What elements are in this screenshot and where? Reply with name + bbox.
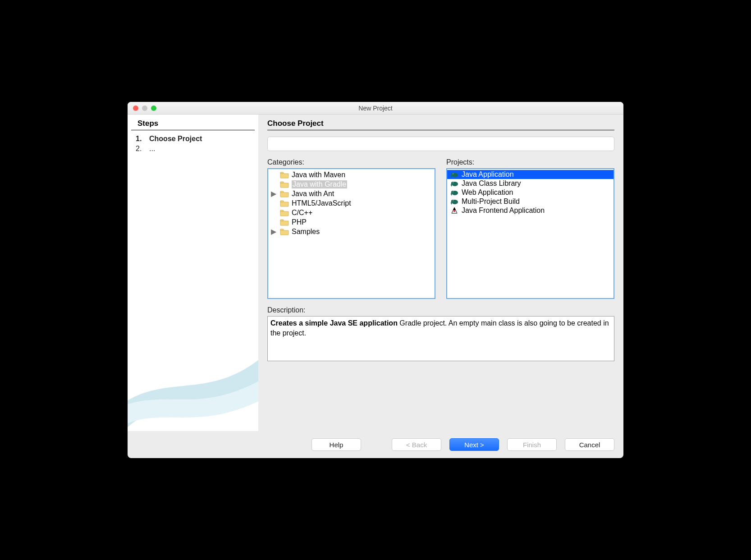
folder-icon [280,171,289,179]
finish-button[interactable]: Finish [507,438,557,451]
category-label: Samples [292,228,320,236]
svg-rect-5 [280,201,284,202]
main-panel: Choose Project Categories: ▶Java with Ma… [258,115,623,431]
folder-icon [280,219,289,226]
categories-tree[interactable]: ▶Java with Maven▶Java with Gradle▶Java w… [267,168,435,299]
gradle-elephant-icon [450,171,459,178]
new-project-dialog: New Project Steps 1.Choose Project2.... … [128,102,623,458]
minimize-icon[interactable] [142,106,147,111]
category-label: C/C++ [292,209,312,217]
categories-label: Categories: [267,158,435,166]
category-item[interactable]: ▶Java with Maven [268,170,435,179]
project-item[interactable]: Java Class Library [447,179,614,188]
category-item[interactable]: ▶PHP [268,217,435,227]
disclosure-triangle-icon[interactable]: ▶ [271,227,276,236]
svg-point-21 [453,210,455,212]
steps-sidebar: Steps 1.Choose Project2.... [128,115,258,431]
projects-label: Projects: [446,158,614,166]
sidebar-decoration [128,354,258,431]
svg-rect-8 [280,229,284,230]
folder-icon [280,181,289,188]
step-label: ... [149,145,155,153]
step-number: 1. [136,135,144,143]
disclosure-triangle-icon[interactable]: ▶ [271,189,276,198]
titlebar: New Project [128,102,623,115]
gradle-elephant-icon [450,198,459,205]
project-item[interactable]: Multi-Project Build [447,197,614,206]
category-label: PHP [292,218,307,226]
category-label: Java with Maven [292,171,345,179]
svg-point-17 [453,192,453,193]
project-item[interactable]: Java Application [447,170,614,179]
step-item: 2.... [136,144,250,154]
search-input[interactable] [267,137,614,151]
window-title: New Project [128,105,623,112]
next-button[interactable]: Next > [449,438,499,451]
category-item[interactable]: ▶C/C++ [268,208,435,217]
project-label: Java Frontend Application [462,207,545,215]
description-bold: Creates a simple Java SE application [270,319,398,327]
description-box: Creates a simple Java SE application Gra… [267,316,614,361]
page-title: Choose Project [267,119,614,130]
close-icon[interactable] [133,106,138,111]
description-label: Description: [267,306,614,314]
category-label: Java with Ant [292,190,334,198]
category-item[interactable]: ▶Java with Gradle [268,179,435,189]
projects-list[interactable]: Java ApplicationJava Class LibraryWeb Ap… [446,168,614,299]
project-label: Java Application [462,170,514,179]
svg-point-11 [453,174,453,174]
svg-rect-2 [280,172,284,174]
svg-point-20 [453,201,453,202]
svg-point-14 [453,183,453,184]
step-label: Choose Project [149,135,202,143]
dialog-footer: Help < Back Next > Finish Cancel [128,431,623,458]
category-item[interactable]: ▶Java with Ant [268,189,435,198]
step-item: 1.Choose Project [136,134,250,144]
project-label: Multi-Project Build [462,197,520,206]
cancel-button[interactable]: Cancel [565,438,614,451]
svg-rect-3 [280,182,284,183]
category-item[interactable]: ▶Samples [268,227,435,236]
project-item[interactable]: Java Frontend Application [447,206,614,215]
help-button[interactable]: Help [311,438,361,451]
gradle-elephant-icon [450,180,459,187]
steps-heading: Steps [131,115,255,130]
category-item[interactable]: ▶HTML5/JavaScript [268,198,435,208]
folder-icon [280,209,289,216]
svg-rect-6 [280,210,284,211]
gradle-elephant-icon [450,189,459,196]
folder-icon [280,190,289,197]
category-label: Java with Gradle [292,180,347,188]
project-label: Java Class Library [462,179,521,188]
category-label: HTML5/JavaScript [292,199,351,207]
folder-icon [280,228,289,235]
maximize-icon[interactable] [151,106,156,111]
duke-icon [450,207,459,214]
project-item[interactable]: Web Application [447,188,614,197]
folder-icon [280,200,289,207]
svg-rect-7 [280,220,284,221]
svg-rect-4 [280,191,284,193]
window-controls [128,106,156,111]
back-button[interactable]: < Back [392,438,441,451]
project-label: Web Application [462,188,513,197]
step-number: 2. [136,145,144,153]
